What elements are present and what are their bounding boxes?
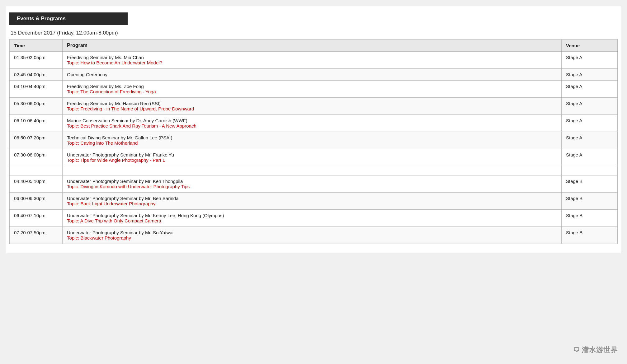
cell-program: Freediving Seminar by Ms. Mia ChanTopic:…	[63, 52, 562, 69]
cell-program: Underwater Photography Seminar by Mr. Be…	[63, 193, 562, 210]
table-header-row: Time Program Venue	[10, 40, 618, 52]
page-wrapper: Events & Programs 15 December 2017 (Frid…	[6, 6, 621, 253]
cell-venue: Stage A	[562, 98, 618, 115]
cell-program: Underwater Photography Seminar by Mr. Fr…	[63, 149, 562, 166]
program-topic: Topic: Back Light Underwater Photography	[67, 201, 557, 206]
program-title: Underwater Photography Seminar by Mr. So…	[67, 230, 557, 235]
program-topic: Topic: Caving into The Motherland	[67, 140, 557, 146]
cell-venue: Stage B	[562, 210, 618, 227]
program-title: Opening Ceremony	[67, 72, 557, 77]
table-row: 07:20-07:50pmUnderwater Photography Semi…	[10, 227, 618, 244]
table-row: 04:10-04:40pmFreediving Seminar by Ms. Z…	[10, 81, 618, 98]
cell-time: 06:40-07:10pm	[10, 210, 63, 227]
program-topic: Topic: How to Become An Underwater Model…	[67, 60, 557, 65]
cell-venue: Stage B	[562, 175, 618, 193]
cell-venue: Stage A	[562, 115, 618, 132]
cell-time: 06:50-07:20pm	[10, 132, 63, 149]
program-title: Marine Conservation Seminar by Dr. Andy …	[67, 118, 557, 123]
program-topic: Topic: Diving in Komodo with Underwater …	[67, 184, 557, 189]
cell-time: 01:35-02:05pm	[10, 52, 63, 69]
program-title: Underwater Photography Seminar by Mr. Be…	[67, 196, 557, 201]
program-topic: Topic: Tips for Wide Angle Photography -…	[67, 157, 557, 163]
schedule-table: Time Program Venue 01:35-02:05pmFreedivi…	[9, 39, 618, 244]
cell-program: Marine Conservation Seminar by Dr. Andy …	[63, 115, 562, 132]
cell-venue: Stage A	[562, 69, 618, 81]
program-title: Freediving Seminar by Mr. Hanson Ren (SS…	[67, 101, 557, 106]
program-topic: Topic: Best Practice Shark And Ray Touri…	[67, 123, 557, 128]
cell-venue: Stage B	[562, 227, 618, 244]
table-row: 07:30-08:00pmUnderwater Photography Semi…	[10, 149, 618, 166]
cell-venue: Stage A	[562, 132, 618, 149]
program-title: Freediving Seminar by Ms. Mia Chan	[67, 55, 557, 60]
cell-program: Technical Diving Seminar by Mr. Gallup L…	[63, 132, 562, 149]
cell-time: 07:30-08:00pm	[10, 149, 63, 166]
table-row: 06:00-06:30pmUnderwater Photography Semi…	[10, 193, 618, 210]
table-row: 06:40-07:10pmUnderwater Photography Semi…	[10, 210, 618, 227]
program-topic: Topic: A Dive Trip with Only Compact Cam…	[67, 218, 557, 223]
cell-program: Opening Ceremony	[63, 69, 562, 81]
cell-time: 06:00-06:30pm	[10, 193, 63, 210]
cell-time: 07:20-07:50pm	[10, 227, 63, 244]
cell-program: Underwater Photography Seminar by Mr. Ke…	[63, 175, 562, 193]
cell-time: 02:45-04:00pm	[10, 69, 63, 81]
cell-venue: Stage A	[562, 52, 618, 69]
program-title: Technical Diving Seminar by Mr. Gallup L…	[67, 135, 557, 140]
program-title: Underwater Photography Seminar by Mr. Fr…	[67, 152, 557, 157]
program-topic: Topic: Freediving - in The Name of Upwar…	[67, 106, 557, 111]
table-row: 02:45-04:00pmOpening CeremonyStage A	[10, 69, 618, 81]
cell-venue: Stage B	[562, 193, 618, 210]
cell-venue: Stage A	[562, 81, 618, 98]
col-header-program: Program	[63, 40, 562, 52]
date-header: 15 December 2017 (Friday, 12:00am-8:00pm…	[9, 30, 618, 36]
table-row: 06:10-06:40pmMarine Conservation Seminar…	[10, 115, 618, 132]
program-topic: Topic: The Connection of Freediving · Yo…	[67, 89, 557, 94]
cell-time: 06:10-06:40pm	[10, 115, 63, 132]
program-title: Underwater Photography Seminar by Mr. Ke…	[67, 179, 557, 184]
table-row: 04:40-05:10pmUnderwater Photography Semi…	[10, 175, 618, 193]
cell-program: Underwater Photography Seminar by Mr. So…	[63, 227, 562, 244]
program-title: Underwater Photography Seminar by Mr. Ke…	[67, 213, 557, 218]
cell-program: Freediving Seminar by Ms. Zoe FongTopic:…	[63, 81, 562, 98]
program-title: Freediving Seminar by Ms. Zoe Fong	[67, 84, 557, 89]
page-title: Events & Programs	[9, 12, 128, 25]
table-row: 05:30-06:00pmFreediving Seminar by Mr. H…	[10, 98, 618, 115]
cell-time: 04:40-05:10pm	[10, 175, 63, 193]
col-header-time: Time	[10, 40, 63, 52]
cell-time: 05:30-06:00pm	[10, 98, 63, 115]
table-row: 01:35-02:05pmFreediving Seminar by Ms. M…	[10, 52, 618, 69]
col-header-venue: Venue	[562, 40, 618, 52]
cell-venue: Stage A	[562, 149, 618, 166]
table-row: 06:50-07:20pmTechnical Diving Seminar by…	[10, 132, 618, 149]
cell-program: Underwater Photography Seminar by Mr. Ke…	[63, 210, 562, 227]
table-row	[10, 166, 618, 175]
program-topic: Topic: Blackwater Photography	[67, 235, 557, 240]
cell-time: 04:10-04:40pm	[10, 81, 63, 98]
cell-program: Freediving Seminar by Mr. Hanson Ren (SS…	[63, 98, 562, 115]
